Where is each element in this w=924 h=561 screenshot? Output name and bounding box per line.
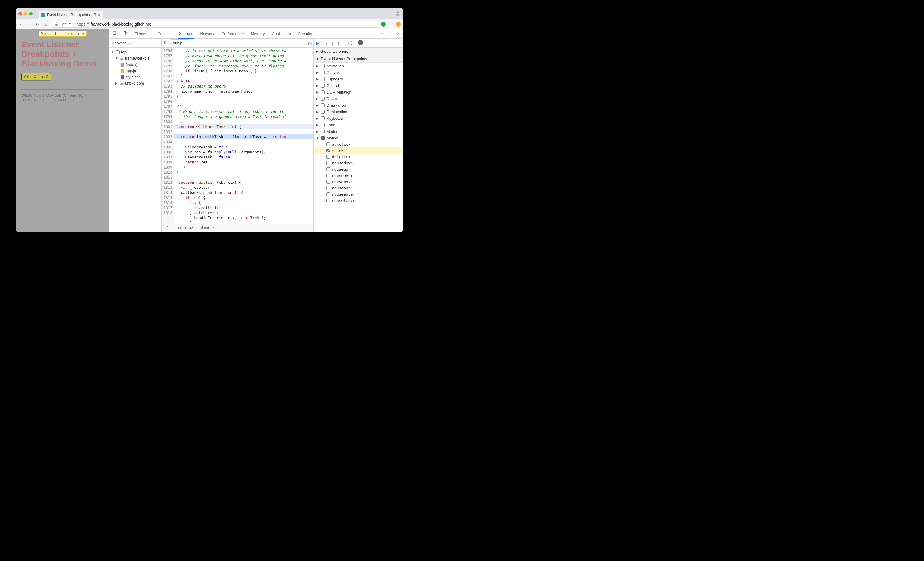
panel-elements[interactable]: Elements (134, 29, 151, 38)
elb-category[interactable]: ▶DOM Mutation (314, 89, 403, 95)
tree-file-appjs[interactable]: app.js (109, 68, 161, 74)
elb-event-mouseout[interactable]: mouseout (314, 185, 403, 191)
step-over-icon[interactable]: ⤼ (324, 41, 327, 45)
deactivate-breakpoints-icon[interactable] (348, 41, 354, 45)
disclosure-triangle-icon[interactable]: ▶ (316, 130, 319, 133)
extension-green-icon[interactable] (381, 22, 386, 27)
elb-category[interactable]: ▶Animation (314, 63, 403, 69)
home-icon[interactable]: ⌂ (44, 22, 49, 27)
elb-event-checkbox[interactable] (326, 192, 330, 196)
elb-event-mouseenter[interactable]: mouseenter (314, 191, 403, 197)
elb-event-auxclick[interactable]: auxclick (314, 141, 403, 147)
panel-security[interactable]: Security (297, 29, 313, 38)
disclosure-triangle-icon[interactable]: ▶ (316, 50, 318, 53)
elb-category[interactable]: ▶Keyboard (314, 115, 403, 122)
history-forward-icon[interactable]: ▷| (308, 41, 312, 45)
elb-category-checkbox[interactable] (321, 110, 325, 114)
panel-console[interactable]: Console (157, 29, 172, 38)
elb-category-checkbox[interactable] (321, 77, 325, 81)
traffic-close[interactable] (18, 12, 22, 15)
elb-category[interactable]: ▶Load (314, 122, 403, 128)
section-event-listener-breakpoints[interactable]: ▼ Event Listener Breakpoints (314, 55, 403, 63)
disclosure-triangle-icon[interactable]: ▶ (115, 82, 118, 85)
disclosure-triangle-icon[interactable]: ▶ (316, 90, 319, 94)
disclosure-triangle-icon[interactable]: ▶ (316, 123, 319, 126)
browser-tab[interactable]: Event Listener Breakpoints + B × (39, 11, 103, 19)
reload-icon[interactable]: ⟳ (35, 22, 40, 27)
file-tab-vuejs[interactable]: vue.js × (171, 39, 189, 47)
disclosure-triangle-icon[interactable]: ▼ (316, 136, 319, 140)
more-panels-icon[interactable]: » (381, 32, 383, 36)
section-global-listeners[interactable]: ▶ Global Listeners (314, 48, 403, 55)
tree-external[interactable]: ▶ ☁ unpkg.com (109, 80, 161, 86)
elb-category[interactable]: ▶Clipboard (314, 76, 403, 82)
disclosure-triangle-icon[interactable]: ▼ (115, 57, 118, 60)
elb-category-checkbox[interactable] (321, 64, 325, 68)
elb-event-checkbox[interactable] (326, 180, 330, 184)
elb-event-checkbox[interactable] (326, 199, 330, 202)
elb-category[interactable]: ▶Media (314, 128, 403, 135)
elb-event-checkbox[interactable] (326, 155, 330, 159)
traffic-minimize[interactable] (24, 12, 27, 15)
elb-event-checkbox[interactable] (326, 186, 330, 190)
elb-event-checkbox[interactable] (326, 142, 330, 146)
elb-category-checkbox[interactable] (321, 84, 325, 87)
disclosure-triangle-icon[interactable]: ▶ (316, 71, 319, 74)
elb-category-checkbox[interactable] (321, 70, 325, 75)
navigator-more-tabs-icon[interactable]: » (128, 41, 130, 45)
extension-dots-icon[interactable]: ⋯ (389, 22, 393, 27)
elb-event-mouseover[interactable]: mouseover (314, 172, 403, 178)
elb-category-checkbox[interactable] (321, 129, 325, 134)
panel-network[interactable]: Network (200, 29, 215, 38)
back-icon[interactable]: ← (18, 22, 24, 27)
elb-category[interactable]: ▶Drag / drop (314, 102, 403, 108)
disclosure-triangle-icon[interactable]: ▶ (316, 97, 319, 100)
pretty-print-icon[interactable]: {} (165, 226, 169, 230)
address-bar[interactable]: 🔒 Secure | https://framework-blackboxing… (52, 21, 378, 28)
profile-icon[interactable] (395, 10, 400, 17)
bookmark-star-icon[interactable]: ☆ (372, 22, 375, 27)
elb-event-mouseup[interactable]: mouseup (314, 166, 403, 172)
panel-memory[interactable]: Memory (250, 29, 266, 38)
tree-file-index[interactable]: (index) (109, 62, 161, 68)
elb-category[interactable]: ▶Canvas (314, 69, 403, 76)
close-file-tab-icon[interactable]: × (184, 41, 186, 45)
elb-category-checkbox[interactable] (321, 136, 325, 140)
elb-category-checkbox[interactable] (321, 116, 325, 120)
disclosure-triangle-icon[interactable]: ▶ (316, 84, 319, 87)
elb-category-mouse[interactable]: ▼Mouse (314, 135, 403, 141)
extension-orange-icon[interactable] (396, 22, 400, 27)
disclosure-triangle-icon[interactable]: ▶ (316, 104, 319, 107)
tree-domain[interactable]: ▼ ☁ framework-bla (109, 55, 161, 62)
elb-category[interactable]: ▶Control (314, 82, 403, 89)
pause-on-exceptions-icon[interactable] (358, 40, 363, 46)
resume-icon[interactable]: ▶ (78, 32, 80, 36)
elb-event-dblclick[interactable]: dblclick (314, 154, 403, 160)
code-body[interactable]: // it can get stuck in a weird state whe… (174, 48, 314, 224)
resume-button-icon[interactable]: ▶ (316, 41, 320, 45)
elb-event-checkbox[interactable] (326, 161, 330, 165)
elb-event-mouseleave[interactable]: mouseleave (314, 197, 403, 204)
elb-event-checkbox[interactable] (326, 167, 330, 171)
step-out-icon[interactable]: ↑ (338, 41, 340, 45)
panel-sources[interactable]: Sources (178, 29, 194, 39)
kebab-menu-icon[interactable]: ⋮ (388, 32, 392, 36)
elb-event-checkbox[interactable] (326, 174, 330, 177)
device-toggle-icon[interactable] (123, 31, 128, 37)
step-over-icon[interactable]: ⤼ (82, 32, 84, 36)
elb-category[interactable]: ▶Geolocation (314, 108, 403, 115)
tree-file-stylecss[interactable]: style.css (109, 74, 161, 80)
code-editor[interactable]: 1786178717881789179017911792179317941795… (162, 48, 314, 224)
traffic-zoom[interactable] (29, 12, 33, 15)
disclosure-triangle-icon[interactable]: ▶ (316, 110, 319, 114)
close-devtools-icon[interactable]: ✕ (397, 32, 400, 36)
elb-category-checkbox[interactable] (321, 104, 325, 107)
disclosure-triangle-icon[interactable]: ▼ (111, 50, 114, 54)
toggle-navigator-icon[interactable] (163, 40, 170, 45)
close-tab-icon[interactable]: × (98, 13, 100, 17)
disclosure-triangle-icon[interactable]: ▶ (316, 77, 319, 81)
inspect-icon[interactable] (112, 31, 117, 37)
navigator-menu-icon[interactable]: ⋮ (155, 41, 159, 45)
elb-category[interactable]: ▶Device (314, 95, 403, 102)
elb-category-checkbox[interactable] (321, 97, 325, 100)
